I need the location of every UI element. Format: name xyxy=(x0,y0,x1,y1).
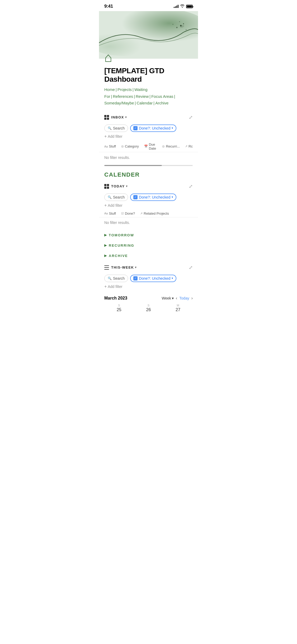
today-btn[interactable]: Today xyxy=(179,296,189,300)
wifi-icon xyxy=(180,4,185,8)
this-week-list-icon xyxy=(104,265,109,270)
today-search-icon: 🔍 xyxy=(108,195,112,199)
today-header-left[interactable]: TODAY ▾ xyxy=(104,184,128,189)
this-week-title[interactable]: THIS-WEEK ▾ xyxy=(111,265,137,269)
week-selector[interactable]: Week ▾ xyxy=(162,296,174,300)
col-rc: ↗ Rc xyxy=(185,144,193,148)
col-recurring: ◎ Recurri... xyxy=(162,144,180,148)
nav-archive[interactable]: Archive xyxy=(155,101,168,105)
this-week-add-filter[interactable]: + Add filter xyxy=(104,284,122,289)
archive-arrow: ▶ xyxy=(104,254,107,257)
today-search[interactable]: 🔍 Search xyxy=(104,194,128,201)
nav-review[interactable]: Review xyxy=(136,94,149,99)
today-add-filter[interactable]: + Add filter xyxy=(104,203,122,208)
archive-title: ARCHIVE xyxy=(109,254,128,258)
today-grid-icon xyxy=(104,184,109,189)
inbox-add-filter[interactable]: + Add filter xyxy=(104,134,122,139)
today-chip-chevron: ▾ xyxy=(172,195,173,199)
today-expand-icon[interactable]: ⤢ xyxy=(189,183,193,189)
tomorrow-row[interactable]: ▶ TOMORROW xyxy=(99,230,198,240)
this-week-expand-icon[interactable]: ⤢ xyxy=(189,265,193,270)
nav-focus-areas[interactable]: Focus Areas xyxy=(151,94,173,99)
svg-point-5 xyxy=(176,27,178,28)
prev-week-btn[interactable]: ‹ xyxy=(176,296,177,301)
col-due-date: 📅 Due Date xyxy=(144,142,157,150)
today-plus-icon: + xyxy=(104,203,107,208)
nav-references[interactable]: References xyxy=(113,94,133,99)
today-col-related-projects: ↗ Related Projects xyxy=(140,211,169,215)
this-week-header-left[interactable]: THIS-WEEK ▾ xyxy=(104,265,137,270)
today-title[interactable]: TODAY ▾ xyxy=(111,184,128,188)
calender-section-title: CALENDER xyxy=(99,166,198,180)
battery-icon xyxy=(186,5,193,8)
this-week-filter-bar: 🔍 Search ✓ Done?: Unchecked ▾ + Add filt… xyxy=(99,273,198,292)
this-week-plus-icon: + xyxy=(104,284,107,289)
this-week-done-filter[interactable]: ✓ Done?: Unchecked ▾ xyxy=(130,275,176,282)
signal-icon xyxy=(174,5,178,8)
archive-row[interactable]: ▶ ARCHIVE xyxy=(99,251,198,261)
status-time: 9:41 xyxy=(104,4,113,9)
this-week-section-header: THIS-WEEK ▾ ⤢ xyxy=(99,261,198,273)
col-category: ◎ Category xyxy=(121,144,139,148)
inbox-chevron: ▾ xyxy=(125,116,127,119)
today-filter-bar: 🔍 Search ✓ Done?: Unchecked ▾ + Add filt… xyxy=(99,192,198,210)
next-week-btn[interactable]: › xyxy=(191,296,193,301)
svg-point-6 xyxy=(186,29,187,30)
calendar-controls: Week ▾ ‹ Today › xyxy=(162,296,193,301)
nav-calendar[interactable]: Calendar xyxy=(136,101,153,105)
today-section-header: TODAY ▾ ⤢ xyxy=(99,180,198,192)
recurring-row[interactable]: ▶ RECURRING xyxy=(99,240,198,251)
svg-point-4 xyxy=(183,23,184,24)
nav-projects[interactable]: Projects xyxy=(117,87,132,92)
check-icon: ✓ xyxy=(133,126,138,130)
this-week-search[interactable]: 🔍 Search xyxy=(104,275,128,282)
today-col-done: ☑ Done? xyxy=(121,211,135,215)
chip-chevron: ▾ xyxy=(172,126,173,130)
week-chevron: ▾ xyxy=(172,296,174,300)
status-icons xyxy=(174,4,193,8)
svg-point-7 xyxy=(179,21,180,22)
calendar-bar: March 2023 Week ▾ ‹ Today › xyxy=(99,292,198,303)
today-col-stuff: Aa Stuff xyxy=(104,211,116,215)
this-week-chevron: ▾ xyxy=(135,266,137,269)
this-week-search-icon: 🔍 xyxy=(108,277,112,280)
cal-day-1[interactable]: S 26 xyxy=(146,304,151,312)
nav-home[interactable]: Home xyxy=(104,87,115,92)
col-stuff: Aa Stuff xyxy=(104,144,116,148)
inbox-filter-bar: 🔍 Search ✓ Done?: Unchecked ▾ + Add filt… xyxy=(99,123,198,141)
calendar-days-row: S 25 S 26 M 27 xyxy=(99,303,198,315)
svg-point-8 xyxy=(172,24,173,25)
inbox-done-filter[interactable]: ✓ Done?: Unchecked ▾ xyxy=(130,125,176,132)
cal-day-0[interactable]: S 25 xyxy=(117,304,121,312)
inbox-section-header: INBOX ▾ ⤢ xyxy=(99,111,198,123)
inbox-expand-icon[interactable]: ⤢ xyxy=(189,114,193,120)
page-title: [TEMPLATE] GTD Dashboard xyxy=(99,64,198,85)
recurring-arrow: ▶ xyxy=(104,243,107,247)
home-icon-wrapper: ⌂ xyxy=(99,51,198,64)
inbox-header-left[interactable]: INBOX ▾ xyxy=(104,115,127,120)
this-week-chip-chevron: ▾ xyxy=(172,277,173,280)
today-table-headers: Aa Stuff ☑ Done? ↗ Related Projects xyxy=(99,210,198,217)
tomorrow-title: TOMORROW xyxy=(109,233,134,237)
search-icon: 🔍 xyxy=(108,126,112,130)
plus-icon: + xyxy=(104,134,107,139)
grid-icon xyxy=(104,115,109,120)
inbox-table-headers: Aa Stuff ◎ Category 📅 Due Date ◎ Recurri… xyxy=(99,141,198,152)
status-bar: 9:41 xyxy=(99,0,198,11)
calendar-month: March 2023 xyxy=(104,296,127,301)
inbox-no-results: No filter results. xyxy=(99,152,198,165)
nav-someday[interactable]: Someday/Maybe xyxy=(104,101,134,105)
home-icon[interactable]: ⌂ xyxy=(104,51,193,64)
tomorrow-arrow: ▶ xyxy=(104,233,107,237)
today-no-results: No filter results. xyxy=(99,217,198,230)
today-chevron: ▾ xyxy=(126,185,128,188)
cal-day-2[interactable]: M 27 xyxy=(176,304,180,312)
this-week-check-icon: ✓ xyxy=(133,276,138,280)
inbox-search[interactable]: 🔍 Search xyxy=(104,125,128,132)
inbox-title[interactable]: INBOX ▾ xyxy=(111,115,127,119)
today-done-filter[interactable]: ✓ Done?: Unchecked ▾ xyxy=(130,194,176,201)
nav-links: Home|Projects|Waiting For|References|Rev… xyxy=(99,85,198,111)
today-check-icon: ✓ xyxy=(133,195,138,199)
recurring-title: RECURRING xyxy=(109,243,134,247)
